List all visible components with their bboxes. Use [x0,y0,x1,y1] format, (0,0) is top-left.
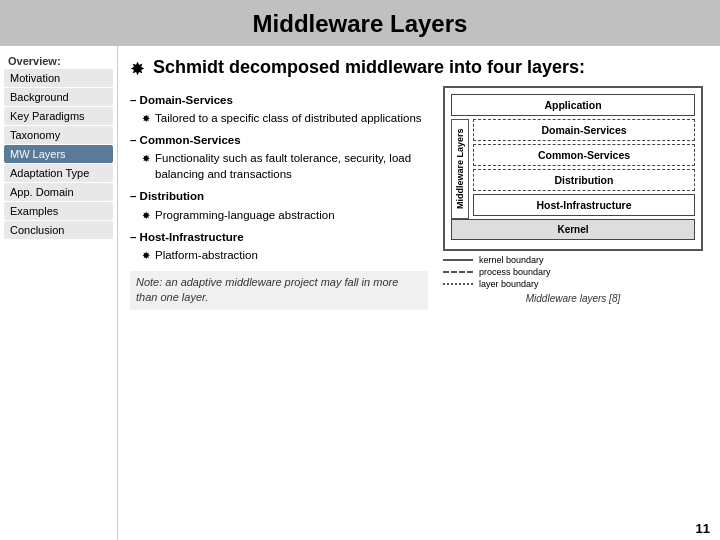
mw-vertical-label: Middleware Layers [451,119,469,219]
mw-layers-wrapper: Middleware Layers Domain-Services Common… [451,119,695,219]
note-text: Note: an adaptive middleware project may… [130,271,428,310]
sidebar-item-key-paradigms[interactable]: Key Paradigms [4,107,113,125]
legend-label-process: process boundary [479,267,551,277]
distribution-text-1: Programming-language abstraction [155,207,335,223]
content-area: ✸ Schmidt decomposed middleware into fou… [118,46,720,540]
solid-line-icon [443,259,473,261]
diagram-wrapper: Application Middleware Layers Domain-Ser… [443,86,703,304]
common-text-1: Functionality such as fault tolerance, s… [155,150,428,182]
legend-kernel-boundary: kernel boundary [443,255,703,265]
legend-label-kernel: kernel boundary [479,255,544,265]
diagram-caption: Middleware layers [8] [443,293,703,304]
section-host-header: – Host-Infrastructure [130,229,428,245]
content-body: – Domain-Services ✸ Tailored to a specif… [130,86,708,534]
legend-process-boundary: process boundary [443,267,703,277]
main-layout: Overview: Motivation Background Key Para… [0,46,720,540]
sidebar-item-examples[interactable]: Examples [4,202,113,220]
title-bullet: ✸ [130,58,145,80]
title-row: ✸ Schmidt decomposed middleware into fou… [130,56,708,80]
dotted-line-icon [443,283,473,285]
page-header: Middleware Layers [0,0,720,46]
host-text-1: Platform-abstraction [155,247,258,263]
sidebar-item-motivation[interactable]: Motivation [4,69,113,87]
bullet-icon: ✸ [142,209,150,223]
sidebar-item-adaptation-type[interactable]: Adaptation Type [4,164,113,182]
section-domain-header: – Domain-Services [130,92,428,108]
sidebar: Overview: Motivation Background Key Para… [0,46,118,540]
layers-stack: Domain-Services Common-Services Distribu… [473,119,695,219]
layer-common-services: Common-Services [473,144,695,166]
content-title: Schmidt decomposed middleware into four … [153,56,585,79]
layer-application: Application [451,94,695,116]
legend-layer-boundary: layer boundary [443,279,703,289]
domain-bullet-1: ✸ Tailored to a specific class of distri… [142,110,428,126]
host-bullet-1: ✸ Platform-abstraction [142,247,428,263]
domain-text-1: Tailored to a specific class of distribu… [155,110,422,126]
text-column: – Domain-Services ✸ Tailored to a specif… [130,86,428,534]
diagram-legend: kernel boundary process boundary layer b… [443,255,703,289]
bullet-icon: ✸ [142,112,150,126]
outer-boundary: Application Middleware Layers Domain-Ser… [443,86,703,251]
layer-host-infrastructure: Host-Infrastructure [473,194,695,216]
layer-domain-services: Domain-Services [473,119,695,141]
section-distribution-header: – Distribution [130,188,428,204]
sidebar-item-background[interactable]: Background [4,88,113,106]
sidebar-item-conclusion[interactable]: Conclusion [4,221,113,239]
bullet-icon: ✸ [142,249,150,263]
layer-distribution: Distribution [473,169,695,191]
sidebar-item-taxonomy[interactable]: Taxonomy [4,126,113,144]
common-bullet-1: ✸ Functionality such as fault tolerance,… [142,150,428,182]
distribution-bullet-1: ✸ Programming-language abstraction [142,207,428,223]
section-common-header: – Common-Services [130,132,428,148]
page-number: 11 [696,521,710,536]
diagram-column: Application Middleware Layers Domain-Ser… [438,86,708,534]
layer-kernel: Kernel [451,219,695,240]
sidebar-item-mw-layers[interactable]: MW Layers [4,145,113,163]
legend-label-layer: layer boundary [479,279,539,289]
sidebar-item-app-domain[interactable]: App. Domain [4,183,113,201]
bullet-icon: ✸ [142,152,150,166]
dashed-line-icon [443,271,473,273]
sidebar-overview-label: Overview: [4,52,113,68]
